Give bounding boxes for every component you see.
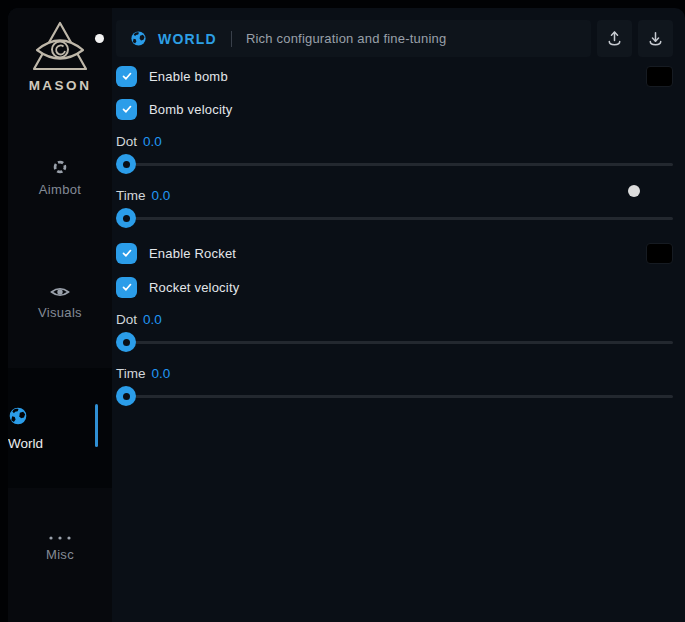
slider[interactable] [116, 154, 673, 175]
slider-value: 0.0 [143, 312, 162, 327]
upload-button[interactable] [597, 20, 632, 57]
slider-group-time: Time 0.0 [116, 366, 673, 407]
sidebar-item-world[interactable]: World [8, 368, 112, 488]
checkbox-row-enable-bomb[interactable]: Enable bomb [116, 65, 673, 87]
slider-head: Time 0.0 [116, 188, 673, 205]
slider-handle[interactable] [116, 154, 136, 174]
slider-group-dot: Dot 0.0 [116, 134, 673, 175]
slider-head: Time 0.0 [116, 366, 673, 383]
slider-label: Time [116, 366, 146, 381]
checkbox-checked[interactable] [116, 99, 137, 120]
slider[interactable] [116, 208, 673, 229]
crosshair-icon [51, 158, 69, 176]
slider-head: Dot 0.0 [116, 312, 673, 329]
checkbox-checked[interactable] [116, 243, 137, 264]
checkbox-row-enable-rocket[interactable]: Enable Rocket [116, 242, 673, 264]
checkbox-label: Bomb velocity [149, 102, 233, 117]
checkbox-row-rocket-velocity[interactable]: Rocket velocity [116, 276, 673, 298]
slider-group-time: Time 0.0 [116, 188, 673, 229]
white-dot-indicator [95, 34, 104, 43]
slider-group-dot: Dot 0.0 [116, 312, 673, 353]
slider-value: 0.0 [152, 366, 171, 381]
check-icon [120, 246, 134, 260]
slider-value: 0.0 [152, 188, 171, 203]
slider-track[interactable] [116, 217, 673, 220]
sidebar-item-aimbot[interactable]: Aimbot [8, 158, 112, 197]
slider-label: Dot [116, 312, 137, 327]
checkbox-label: Rocket velocity [149, 280, 239, 295]
page-header: WORLD Rich configuration and fine-tuning [116, 20, 591, 57]
slider-track[interactable] [116, 395, 673, 398]
color-swatch[interactable] [646, 243, 673, 264]
download-button[interactable] [638, 20, 673, 57]
slider-handle[interactable] [116, 332, 136, 352]
eye-triangle-icon [30, 20, 90, 74]
globe-icon [130, 30, 147, 47]
slider-label: Dot [116, 134, 137, 149]
slider[interactable] [116, 332, 673, 353]
upload-icon [605, 29, 624, 48]
active-tab-indicator [95, 404, 98, 447]
white-dot-indicator [628, 185, 640, 197]
checkbox-label: Enable bomb [149, 69, 228, 84]
checkbox-checked[interactable] [116, 66, 137, 87]
slider-track[interactable] [116, 163, 673, 166]
slider-head: Dot 0.0 [116, 134, 673, 151]
sidebar-item-visuals[interactable]: Visuals [8, 285, 112, 320]
check-icon [120, 102, 134, 116]
sidebar-item-label: Misc [8, 547, 112, 562]
checkbox-label: Enable Rocket [149, 246, 236, 261]
main-panel: WORLD Rich configuration and fine-tuning [112, 8, 685, 622]
color-swatch[interactable] [646, 66, 673, 87]
checkbox-checked[interactable] [116, 277, 137, 298]
app-window: MASON Aimbot Visuals World [8, 8, 685, 622]
sidebar-item-label: Aimbot [8, 182, 112, 197]
slider-label: Time [116, 188, 146, 203]
checkbox-row-bomb-velocity[interactable]: Bomb velocity [116, 98, 673, 120]
brand-name: MASON [8, 78, 112, 93]
sidebar: MASON Aimbot Visuals World [8, 8, 112, 622]
download-icon [646, 29, 665, 48]
check-icon [120, 280, 134, 294]
slider-handle[interactable] [116, 386, 136, 406]
ellipsis-icon [47, 535, 73, 541]
sidebar-item-label: Visuals [8, 305, 112, 320]
brand-logo: MASON [8, 20, 112, 93]
page-title: WORLD [158, 31, 217, 47]
slider-handle[interactable] [116, 208, 136, 228]
globe-icon [8, 406, 28, 426]
page-subtitle: Rich configuration and fine-tuning [246, 31, 446, 46]
slider[interactable] [116, 386, 673, 407]
divider [231, 31, 232, 47]
check-icon [120, 69, 134, 83]
slider-value: 0.0 [143, 134, 162, 149]
eye-icon [50, 285, 70, 299]
header-row: WORLD Rich configuration and fine-tuning [116, 20, 673, 57]
sidebar-item-misc[interactable]: Misc [8, 535, 112, 562]
slider-track[interactable] [116, 341, 673, 344]
